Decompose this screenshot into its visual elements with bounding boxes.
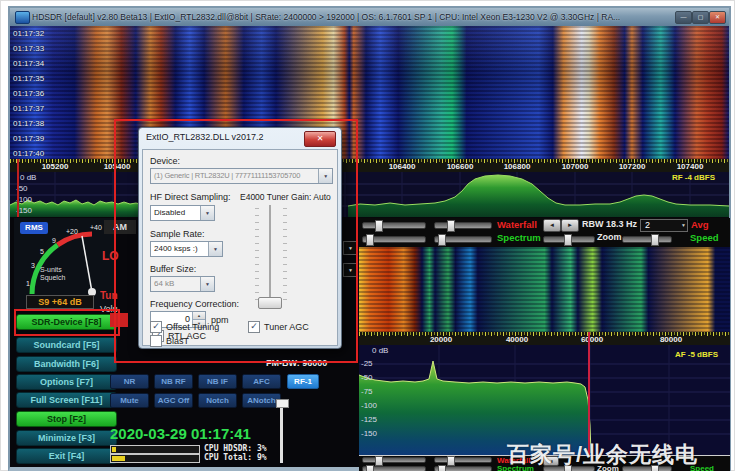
- slider-thumb[interactable]: [564, 234, 572, 246]
- speed-label: Speed: [690, 232, 719, 243]
- dsp-button-afc[interactable]: AFC: [242, 374, 281, 389]
- db-label: -150: [361, 429, 377, 438]
- minimize-window-icon[interactable]: —: [675, 11, 692, 24]
- db-label: -75: [361, 387, 373, 396]
- display-control-strip: Waterfall ◄ ► RBW 18.3 Hz 2 ▼ Avg Spectr…: [359, 218, 730, 247]
- ruler-label: 20000: [419, 335, 463, 344]
- slider-thumb[interactable]: [366, 234, 374, 246]
- waterfall-upper-slider[interactable]: [362, 457, 426, 463]
- tune-marker-line: [588, 332, 590, 455]
- af-spectrum-plot: [359, 345, 730, 455]
- fm-bw-slider-thumb[interactable]: [276, 399, 289, 408]
- sidebar-item-stop[interactable]: Stop [F2]: [16, 411, 117, 427]
- fm-bw-slider[interactable]: [280, 399, 283, 463]
- af-waterfall[interactable]: [359, 247, 730, 332]
- slider-thumb[interactable]: [651, 234, 659, 246]
- spectrum-upper-slider[interactable]: [362, 236, 426, 243]
- svg-text:+20: +20: [66, 228, 78, 235]
- sidebar-item-minimize[interactable]: Minimize [F3]: [16, 430, 117, 446]
- slider-thumb[interactable]: [366, 465, 374, 471]
- rbw-increase-button[interactable]: ►: [561, 219, 579, 232]
- hdsdr-window: HDSDR [default] v2.80 Beta13 | ExtIO_RTL…: [8, 6, 731, 471]
- s-meter-readout: S9 +64 dB: [26, 295, 94, 309]
- zoom-label: Zoom: [597, 232, 622, 242]
- af-spectrum[interactable]: 0 dB -25 -50 -75 -100 -125 -150 AF -5 dB…: [359, 345, 730, 455]
- rbw-decrease-button[interactable]: ◄: [543, 219, 561, 232]
- db-label: -125: [361, 415, 377, 424]
- db-label: 0 dB: [372, 346, 388, 355]
- ruler-label: 107000: [553, 162, 597, 171]
- speed-slider[interactable]: [622, 236, 672, 243]
- slider-thumb[interactable]: [375, 220, 383, 232]
- cpu-total-bar: [110, 454, 200, 463]
- spectrum-lower-slider[interactable]: [434, 466, 492, 471]
- ruler-label: 106600: [438, 162, 482, 171]
- dsp-button-mute[interactable]: Mute: [110, 393, 149, 408]
- s-meter: RMS 1 3 5 9 +20 +40 S-units Squelch S9 +…: [14, 218, 114, 310]
- app-icon: [15, 11, 30, 24]
- waterfall-upper-slider[interactable]: [362, 222, 426, 229]
- slider-thumb[interactable]: [447, 220, 455, 232]
- dsp-button-nbif[interactable]: NB IF: [198, 374, 237, 389]
- db-label: -100: [361, 401, 377, 410]
- band-edge-marker: [17, 159, 19, 217]
- ruler-label: 106800: [495, 162, 539, 171]
- ruler-label: 105200: [33, 162, 77, 171]
- avg-value: 2: [645, 220, 650, 230]
- db-label: 0 dB: [20, 173, 36, 182]
- rbw-label: RBW 18.3 Hz: [582, 219, 637, 229]
- ruler-label: 60000: [570, 335, 614, 344]
- svg-text:5: 5: [40, 248, 44, 255]
- s-meter-gauge: 1 3 5 9 +20 +40: [16, 220, 112, 298]
- svg-text:1: 1: [26, 280, 30, 287]
- chevron-down-icon: ▼: [681, 220, 686, 231]
- svg-text:9: 9: [52, 237, 56, 244]
- sidebar-item-fullscreen[interactable]: Full Screen [F11]: [16, 392, 117, 408]
- avg-dropdown[interactable]: 2 ▼: [640, 219, 688, 232]
- dsp-button-rf1[interactable]: RF-1: [287, 374, 319, 389]
- window-title: HDSDR [default] v2.80 Beta13 | ExtIO_RTL…: [32, 12, 620, 22]
- sidebar-item-options[interactable]: Options [F7]: [16, 374, 117, 390]
- svg-text:+40: +40: [90, 224, 102, 231]
- ruler-label: 40000: [495, 335, 539, 344]
- timestamp: 01:17:32: [13, 29, 44, 38]
- ruler-label: 107200: [610, 162, 654, 171]
- close-window-icon[interactable]: ✕: [709, 11, 726, 24]
- dsp-button-notch[interactable]: Notch: [198, 393, 237, 408]
- dsp-button-agcoff[interactable]: AGC Off: [154, 393, 193, 408]
- dsp-button-nbrf[interactable]: NB RF: [154, 374, 193, 389]
- maximize-window-icon[interactable]: ▢: [692, 11, 709, 24]
- sidebar-item-soundcard[interactable]: Soundcard [F5]: [16, 337, 117, 353]
- slider-thumb[interactable]: [375, 456, 383, 466]
- squelch-label: Squelch: [40, 274, 65, 281]
- timestamp: 01:17:39: [13, 134, 44, 143]
- zoom-slider[interactable]: [543, 236, 595, 243]
- cpu-total-text: CPU Total: 9%: [204, 453, 267, 462]
- ruler-label: 107400: [668, 162, 712, 171]
- dsp-button-nr[interactable]: NR: [110, 374, 149, 389]
- spectrum-label: Spectrum: [497, 232, 541, 243]
- cpu-hdsdr-text: CPU HDSDR: 3%: [204, 444, 267, 453]
- slider-thumb[interactable]: [438, 465, 446, 471]
- sidebar-item-bandwidth[interactable]: Bandwidth [F6]: [16, 356, 117, 372]
- spectrum-lower-slider[interactable]: [434, 236, 492, 243]
- s-units-label: S-units: [40, 266, 62, 273]
- window-titlebar: HDSDR [default] v2.80 Beta13 | ExtIO_RTL…: [10, 8, 729, 26]
- slider-thumb[interactable]: [438, 234, 446, 246]
- ruler-label: 80000: [649, 335, 693, 344]
- timestamp: 01:17:33: [13, 44, 44, 53]
- spectrum-upper-slider[interactable]: [362, 466, 426, 471]
- annotation-box-dialog: [114, 119, 358, 363]
- db-label: -25: [361, 359, 373, 368]
- af-frequency-ruler[interactable]: 20000 40000 60000 80000: [359, 332, 730, 345]
- sidebar-item-exit[interactable]: Exit [F4]: [16, 448, 117, 464]
- ruler-label: 106400: [380, 162, 424, 171]
- svg-text:3: 3: [31, 262, 35, 269]
- db-label: -50: [361, 373, 373, 382]
- waterfall-lower-slider[interactable]: [434, 457, 492, 463]
- annotation-box-sdr-device: [14, 309, 120, 336]
- slider-thumb[interactable]: [447, 456, 455, 466]
- datetime-display: 2020-03-29 01:17:41: [110, 425, 251, 442]
- af-level-readout: AF -5 dBFS: [675, 350, 718, 359]
- waterfall-lower-slider[interactable]: [434, 222, 492, 229]
